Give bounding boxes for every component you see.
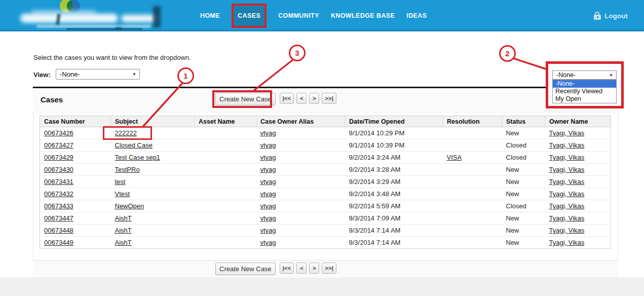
case-owner-alias-link[interactable]: vtyag bbox=[260, 154, 276, 161]
case-number-link[interactable]: 00673433 bbox=[44, 202, 73, 210]
view-options-list: -None-Recently ViewedMy Open bbox=[552, 80, 617, 103]
asset-name-cell bbox=[195, 164, 256, 176]
callout-view-select[interactable]: -None- ▼ bbox=[552, 70, 617, 80]
owner-name-link[interactable]: Tyagi, Vikas bbox=[549, 166, 585, 173]
create-new-case-button[interactable]: Create New Case bbox=[215, 263, 276, 275]
subject-link[interactable]: 222222 bbox=[115, 129, 137, 137]
date-time-opened-cell: 9/3/2014 7:14 AM bbox=[345, 237, 443, 249]
case-number-link[interactable]: 00673431 bbox=[44, 178, 73, 186]
owner-name-link[interactable]: Tyagi, Vikas bbox=[549, 178, 585, 186]
subject-link[interactable]: Test Case sep1 bbox=[115, 154, 161, 161]
nav-item-home[interactable]: HOME bbox=[200, 12, 220, 19]
logout-button[interactable]: Logout bbox=[594, 0, 628, 31]
column-header-case-number: Case Number bbox=[40, 116, 111, 127]
logo-redacted bbox=[0, 0, 172, 31]
pagination-group: |<<<>>>| bbox=[280, 93, 336, 104]
view-option-recently-viewed[interactable]: Recently Viewed bbox=[553, 88, 616, 95]
view-option-none[interactable]: -None- bbox=[553, 80, 616, 88]
case-owner-alias-link[interactable]: vtyag bbox=[260, 166, 276, 173]
case-owner-alias-link[interactable]: vtyag bbox=[260, 239, 276, 246]
page-bottom-strip bbox=[0, 277, 644, 296]
case-number-link[interactable]: 00673430 bbox=[44, 166, 73, 173]
case-number-link[interactable]: 00673426 bbox=[44, 129, 73, 137]
subject-link[interactable]: Vtest bbox=[115, 190, 130, 198]
case-number-link[interactable]: 00673448 bbox=[44, 227, 73, 234]
case-owner-alias-link[interactable]: vtyag bbox=[260, 202, 276, 210]
header-row: Case NumberSubjectAsset NameCase Owner A… bbox=[40, 116, 611, 127]
resolution-link bbox=[443, 200, 502, 212]
subject-link[interactable]: AishT bbox=[115, 239, 132, 246]
column-header-subject: Subject bbox=[111, 116, 195, 127]
status-cell: New bbox=[502, 225, 545, 237]
table-row: 00673449AishTvtyag9/3/2014 7:14 AMNewTya… bbox=[40, 237, 611, 249]
owner-name-link[interactable]: Tyagi, Vikas bbox=[549, 154, 585, 161]
asset-name-cell bbox=[195, 127, 256, 139]
table-row: 00673429Test Case sep1vtyag9/2/2014 3:24… bbox=[40, 152, 611, 164]
status-cell: New bbox=[502, 164, 545, 176]
pagination-last-button[interactable]: >>| bbox=[322, 93, 336, 104]
resolution-link bbox=[443, 188, 502, 200]
pagination-next-button[interactable]: > bbox=[309, 93, 319, 104]
logo-blur-speck bbox=[66, 28, 142, 30]
owner-name-link[interactable]: Tyagi, Vikas bbox=[549, 202, 585, 210]
callout-select-value: -None- bbox=[556, 71, 576, 79]
pagination-previous-button[interactable]: < bbox=[296, 263, 307, 274]
logo-blur-blob bbox=[31, 10, 96, 15]
owner-name-link[interactable]: Tyagi, Vikas bbox=[549, 214, 585, 222]
owner-name-link[interactable]: Tyagi, Vikas bbox=[549, 227, 585, 234]
resolution-link[interactable]: VISA bbox=[447, 154, 462, 161]
case-number-link[interactable]: 00673432 bbox=[44, 190, 73, 198]
subject-link[interactable]: AishT bbox=[115, 214, 132, 222]
pagination-last-button[interactable]: >>| bbox=[322, 263, 336, 274]
subject-link[interactable]: TestPRo bbox=[115, 166, 140, 173]
case-owner-alias-link[interactable]: vtyag bbox=[260, 178, 276, 186]
asset-name-cell bbox=[195, 188, 256, 200]
table-row: 00673427Closed Casevtyag9/1/2014 10:39 P… bbox=[40, 139, 611, 152]
view-option-my-open[interactable]: My Open bbox=[553, 95, 616, 103]
case-number-link[interactable]: 00673427 bbox=[44, 141, 73, 149]
view-select[interactable]: -None- ▼ bbox=[56, 69, 140, 80]
table-row: 00673426222222vtyag9/1/2014 10:29 PMNewT… bbox=[40, 127, 611, 139]
top-header-bar: HOMECASESCOMMUNITYKNOWLEDGE BASEIDEAS Lo… bbox=[0, 0, 644, 31]
case-owner-alias-link[interactable]: vtyag bbox=[260, 141, 276, 149]
owner-name-link[interactable]: Tyagi, Vikas bbox=[549, 141, 585, 149]
subject-link[interactable]: NewOpen bbox=[115, 202, 144, 210]
owner-name-link[interactable]: Tyagi, Vikas bbox=[549, 190, 585, 198]
status-cell: New bbox=[502, 127, 545, 139]
annotation-marker-2: 2 bbox=[499, 45, 516, 62]
owner-name-link[interactable]: Tyagi, Vikas bbox=[549, 129, 585, 137]
top-button-group: Create New Case |<<<>>>| bbox=[215, 93, 336, 105]
case-number-link[interactable]: 00673447 bbox=[44, 214, 73, 222]
case-owner-alias-link[interactable]: vtyag bbox=[260, 129, 276, 137]
resolution-link bbox=[443, 127, 502, 139]
status-cell: Closed bbox=[502, 200, 545, 212]
case-owner-alias-link[interactable]: vtyag bbox=[260, 214, 276, 222]
nav-item-ideas[interactable]: IDEAS bbox=[406, 12, 427, 19]
subject-link[interactable]: test bbox=[115, 178, 126, 186]
case-number-link[interactable]: 00673449 bbox=[44, 239, 73, 246]
pagination-first-button[interactable]: |<< bbox=[280, 93, 294, 104]
case-owner-alias-link[interactable]: vtyag bbox=[260, 190, 276, 198]
subject-link[interactable]: Closed Case bbox=[115, 141, 153, 149]
pagination-previous-button[interactable]: < bbox=[296, 93, 307, 104]
nav-item-knowledge-base[interactable]: KNOWLEDGE BASE bbox=[331, 12, 395, 19]
nav-item-cases[interactable]: CASES bbox=[232, 4, 267, 28]
pagination-next-button[interactable]: > bbox=[309, 263, 319, 274]
column-header-owner-name: Owner Name bbox=[545, 116, 611, 127]
status-cell: New bbox=[502, 188, 545, 200]
subject-link[interactable]: AishT bbox=[115, 227, 132, 234]
owner-name-link[interactable]: Tyagi, Vikas bbox=[549, 239, 585, 246]
annotation-marker-3: 3 bbox=[289, 45, 306, 61]
case-owner-alias-link[interactable]: vtyag bbox=[260, 227, 276, 234]
status-cell: Closed bbox=[502, 139, 545, 152]
resolution-link bbox=[443, 212, 502, 225]
asset-name-cell bbox=[195, 225, 256, 237]
column-header-case-owner-alias: Case Owner Alias bbox=[256, 116, 345, 127]
date-time-opened-cell: 9/1/2014 10:29 PM bbox=[345, 127, 443, 139]
nav-item-community[interactable]: COMMUNITY bbox=[278, 12, 319, 19]
column-header-asset-name: Asset Name bbox=[195, 116, 256, 127]
pagination-first-button[interactable]: |<< bbox=[280, 263, 294, 274]
asset-name-cell bbox=[195, 152, 256, 164]
create-new-case-button[interactable]: Create New Case bbox=[215, 93, 276, 105]
case-number-link[interactable]: 00673429 bbox=[44, 154, 73, 161]
